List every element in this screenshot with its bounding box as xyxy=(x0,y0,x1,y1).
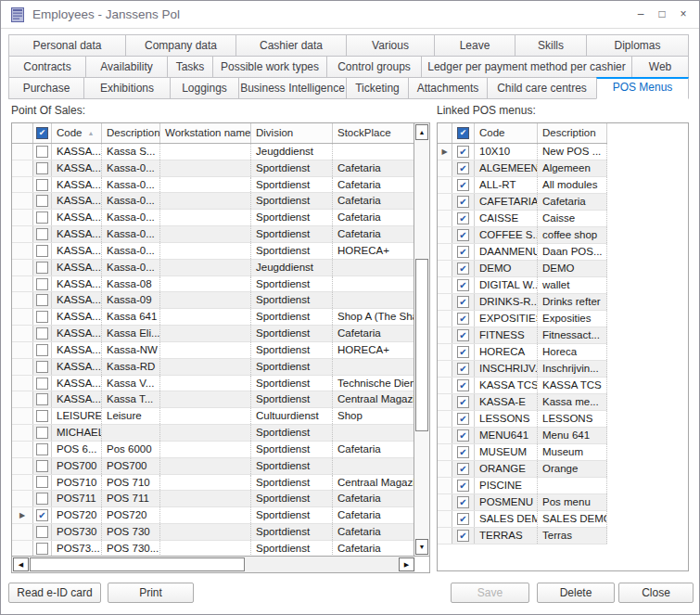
row-header-cell[interactable] xyxy=(12,160,33,176)
row-checkbox[interactable]: ✔ xyxy=(457,313,469,325)
cell-workstation[interactable] xyxy=(160,475,251,491)
cell-code[interactable]: POSMENU xyxy=(475,494,538,510)
row-header-cell[interactable] xyxy=(438,344,452,360)
table-row[interactable]: ✔DRINKS-R...Drinks refter xyxy=(438,294,607,311)
cell-code[interactable]: POS730 xyxy=(52,524,102,540)
table-row[interactable]: ✔KASSA-EKassa me... xyxy=(438,394,607,411)
cell-division[interactable]: Sportdienst xyxy=(251,326,333,341)
cell-stockplace[interactable] xyxy=(333,260,414,275)
cell-division[interactable]: Cultuurdienst xyxy=(251,408,333,424)
cell-workstation[interactable] xyxy=(160,144,251,160)
row-select-cell[interactable]: ✔ xyxy=(452,294,475,310)
cell-workstation[interactable] xyxy=(160,442,251,457)
row-header-cell[interactable] xyxy=(12,408,33,424)
row-checkbox[interactable] xyxy=(36,443,48,455)
row-checkbox[interactable] xyxy=(36,543,48,555)
cell-code[interactable]: KASSA... xyxy=(52,144,102,160)
cell-code[interactable]: KASSA... xyxy=(52,359,102,375)
cell-workstation[interactable] xyxy=(160,425,251,441)
row-indicator-column-header[interactable] xyxy=(438,123,452,143)
row-checkbox[interactable]: ✔ xyxy=(457,162,469,174)
row-header-cell[interactable] xyxy=(438,211,452,226)
row-checkbox[interactable] xyxy=(36,378,48,390)
table-row[interactable]: POS700POS700Sportdienst xyxy=(12,458,414,475)
row-checkbox[interactable]: ✔ xyxy=(457,363,469,375)
cell-division[interactable]: Sportdienst xyxy=(251,442,333,457)
row-select-cell[interactable]: ✔ xyxy=(452,378,475,393)
row-header-cell[interactable] xyxy=(12,144,33,160)
row-checkbox[interactable]: ✔ xyxy=(457,212,469,224)
cell-description[interactable]: DEMO xyxy=(538,261,607,276)
row-select-cell[interactable] xyxy=(33,408,52,424)
row-header-cell[interactable] xyxy=(12,376,33,391)
cell-stockplace[interactable]: Cafetaria xyxy=(333,524,414,540)
cell-code[interactable]: DAANMENU xyxy=(475,244,538,260)
table-row[interactable]: KASSA...Kassa Eli...SportdienstCafetaria xyxy=(12,326,414,342)
cell-division[interactable]: Sportdienst xyxy=(251,160,333,176)
cell-description[interactable]: POS 730... xyxy=(102,541,160,556)
cell-description[interactable]: Kassa-0... xyxy=(102,226,160,242)
cell-code[interactable]: CAISSE xyxy=(475,211,538,226)
cell-code[interactable]: POS710 xyxy=(52,475,102,491)
row-select-cell[interactable] xyxy=(33,475,52,491)
cell-stockplace[interactable]: Technische Dienst xyxy=(333,376,414,391)
cell-code[interactable]: DEMO xyxy=(475,261,538,276)
table-row[interactable]: ✔CAISSECaisse xyxy=(438,211,607,227)
row-header-cell[interactable] xyxy=(12,541,33,556)
cell-description[interactable]: Kassa-0... xyxy=(102,210,160,225)
row-header-cell[interactable] xyxy=(12,243,33,259)
cell-stockplace[interactable]: Cafetaria xyxy=(333,193,414,209)
column-header-division[interactable]: Division xyxy=(251,123,333,143)
row-select-cell[interactable] xyxy=(33,260,52,275)
row-checkbox[interactable] xyxy=(36,195,48,207)
row-checkbox[interactable] xyxy=(36,493,48,505)
cell-code[interactable]: MUSEUM xyxy=(475,444,538,460)
tab-various[interactable]: Various xyxy=(346,34,435,57)
table-row[interactable]: KASSA...Kassa-0...SportdienstHORECA+ xyxy=(12,243,414,260)
cell-workstation[interactable] xyxy=(160,524,251,540)
cell-code[interactable]: HORECA xyxy=(475,344,538,360)
cell-code[interactable]: EXPOSITIES xyxy=(475,311,538,327)
table-row[interactable]: ✔LESSONSLESSONS xyxy=(438,411,607,428)
table-row[interactable]: KASSA...Kassa-RDSportdienst xyxy=(12,359,414,376)
delete-button[interactable]: Delete xyxy=(537,583,615,603)
cell-code[interactable]: KASSA... xyxy=(52,177,102,193)
row-header-cell[interactable] xyxy=(12,425,33,441)
cell-division[interactable]: Sportdienst xyxy=(251,309,333,325)
row-checkbox[interactable]: ✔ xyxy=(457,146,469,158)
table-row[interactable]: ✔EXPOSITIESExposities xyxy=(438,311,607,327)
cell-code[interactable]: DRINKS-R... xyxy=(475,294,538,310)
row-select-cell[interactable]: ✔ xyxy=(452,344,475,360)
cell-description[interactable]: Kassa T... xyxy=(102,391,160,407)
row-select-cell[interactable]: ✔ xyxy=(452,194,475,210)
read-eid-card-button[interactable]: Read e-ID card xyxy=(8,583,101,603)
cell-code[interactable]: PISCINE xyxy=(475,478,538,493)
row-checkbox[interactable]: ✔ xyxy=(457,446,469,458)
table-row[interactable]: POS711POS 711SportdienstCafetaria xyxy=(12,491,414,507)
cell-division[interactable]: Sportdienst xyxy=(251,342,333,358)
tab-attachments[interactable]: Attachments xyxy=(408,77,488,99)
row-header-cell[interactable] xyxy=(12,292,33,308)
row-checkbox[interactable]: ✔ xyxy=(457,329,469,341)
cell-code[interactable]: MENU641 xyxy=(475,428,538,443)
scroll-right-icon[interactable]: ▶ xyxy=(399,557,414,571)
cell-code[interactable]: KASSA... xyxy=(52,326,102,341)
row-checkbox[interactable]: ✔ xyxy=(36,509,48,521)
cell-description[interactable]: Kassa-09 xyxy=(102,292,160,308)
cell-description[interactable]: Leisure xyxy=(102,408,160,424)
row-checkbox[interactable] xyxy=(36,410,48,422)
row-select-cell[interactable]: ✔ xyxy=(452,211,475,226)
cell-description[interactable]: POS700 xyxy=(102,458,160,474)
row-select-cell[interactable]: ✔ xyxy=(452,244,475,260)
row-checkbox[interactable] xyxy=(36,179,48,191)
cell-stockplace[interactable]: Cafetaria xyxy=(333,541,414,556)
cell-division[interactable]: Sportdienst xyxy=(251,541,333,556)
cell-code[interactable]: ORANGE xyxy=(475,461,538,477)
cell-code[interactable]: TERRAS xyxy=(475,528,538,544)
row-checkbox[interactable] xyxy=(36,327,48,340)
cell-workstation[interactable] xyxy=(160,276,251,292)
table-row[interactable]: KASSA...Kassa S...Jeugddienst xyxy=(12,144,414,160)
cell-stockplace[interactable]: Shop A (The Shard xyxy=(333,309,414,325)
table-row[interactable]: KASSA...Kassa-0...SportdienstCafetaria xyxy=(12,160,414,177)
row-header-cell[interactable] xyxy=(12,458,33,474)
